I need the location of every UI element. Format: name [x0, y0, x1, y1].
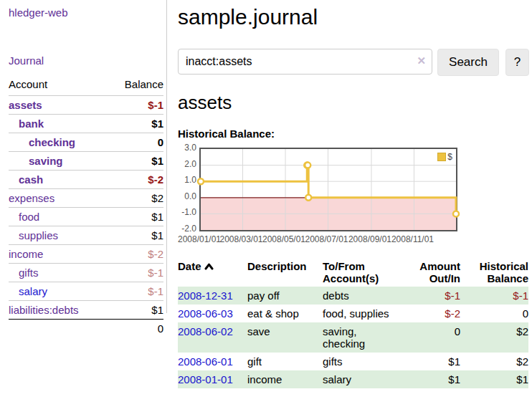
transaction-row: 2008-12-31 pay off debts $-1 $-1: [178, 287, 528, 305]
sidebar-item-journal[interactable]: Journal: [9, 54, 44, 67]
register-col-date[interactable]: Date: [178, 258, 247, 287]
y-axis-label: 2.0: [178, 159, 196, 169]
transaction-accounts: food, supplies: [323, 305, 409, 322]
sort-ascending-icon[interactable]: [204, 260, 214, 272]
account-row: gifts $-1: [9, 264, 163, 282]
transaction-date-link[interactable]: 2008-06-03: [178, 307, 233, 320]
data-point-marker: [453, 211, 459, 216]
account-balance: $1: [108, 208, 163, 226]
transaction-date-link[interactable]: 2008-06-02: [178, 325, 233, 337]
account-link[interactable]: food: [9, 211, 39, 223]
transaction-row: 2008-06-01 gift gifts $1 $2: [178, 353, 528, 370]
chart-legend: $: [437, 152, 452, 162]
app-title-link[interactable]: hledger-web: [9, 6, 68, 19]
transaction-row: 2008-01-01 income salary $1 $1: [178, 370, 528, 388]
account-link[interactable]: checking: [9, 136, 75, 148]
account-link[interactable]: assets: [9, 99, 42, 111]
account-balance: $-1: [108, 96, 163, 115]
account-row: food $1: [9, 208, 163, 226]
transaction-date-link[interactable]: 2008-06-01: [178, 355, 233, 368]
account-link[interactable]: saving: [9, 155, 63, 167]
transaction-accounts: salary: [323, 370, 409, 388]
clear-search-icon[interactable]: ✕: [417, 54, 427, 67]
account-heading: assets: [178, 92, 529, 114]
account-balance: $-2: [108, 245, 163, 264]
sidebar: hledger-web Journal Account Balance asse…: [0, 0, 167, 337]
account-balance: $1: [108, 226, 163, 245]
transaction-accounts: saving, checking: [323, 322, 409, 353]
register-col-description: Description: [247, 258, 323, 287]
account-row: income $-2: [9, 245, 163, 264]
search-form: ✕ Search ?: [178, 49, 529, 76]
account-link[interactable]: income: [9, 248, 43, 260]
account-row: salary $-1: [9, 282, 163, 301]
search-input[interactable]: [178, 49, 432, 75]
help-button[interactable]: ?: [505, 49, 529, 76]
accounts-table-body: assets $-1 bank $1 checking 0 saving $1 …: [9, 96, 163, 320]
chart-plot-area[interactable]: $: [199, 148, 457, 231]
y-axis-label: -2.0: [178, 224, 196, 234]
transaction-balance: 0: [460, 305, 528, 322]
account-row: assets $-1: [9, 96, 163, 115]
transaction-description: gift: [247, 353, 323, 370]
account-row: supplies $1: [9, 226, 163, 245]
account-link[interactable]: supplies: [9, 229, 58, 241]
account-link[interactable]: liabilities:debts: [9, 304, 79, 316]
search-button[interactable]: Search: [437, 49, 499, 76]
transaction-date-link[interactable]: 2008-12-31: [178, 289, 233, 302]
main-content: sample.journal ✕ Search ? assets Histori…: [178, 0, 529, 388]
register-col-balance: Historical Balance: [460, 258, 528, 287]
legend-swatch-icon: [437, 153, 446, 161]
transaction-amount: 0: [409, 322, 460, 353]
accounts-balance-table: Account Balance assets $-1 bank $1 check…: [9, 78, 163, 337]
transaction-accounts: debts: [323, 287, 409, 305]
page-title: sample.journal: [178, 5, 529, 29]
accounts-total-row: 0: [9, 320, 163, 338]
x-axis-label: 2008/11/01: [384, 234, 441, 244]
account-link[interactable]: salary: [9, 285, 47, 297]
data-point-marker: [198, 178, 204, 184]
transaction-balance: $2: [460, 353, 528, 370]
register-table-body: 2008-12-31 pay off debts $-1 $-1 2008-06…: [178, 287, 528, 388]
account-row: cash $-2: [9, 171, 163, 189]
transaction-row: 2008-06-03 eat & shop food, supplies $-2…: [178, 305, 528, 322]
transaction-description: income: [247, 370, 323, 388]
account-balance: $-1: [108, 264, 163, 282]
chart-title: Historical Balance:: [178, 128, 529, 140]
y-axis-label: -1.0: [178, 207, 196, 217]
account-balance: $-1: [108, 282, 163, 301]
y-axis-label: 0.0: [178, 191, 196, 201]
transaction-accounts: gifts: [323, 353, 409, 370]
transaction-description: save: [247, 322, 323, 353]
account-link[interactable]: gifts: [9, 267, 39, 279]
data-point-marker: [305, 195, 311, 201]
transaction-balance: $-1: [460, 287, 528, 305]
account-row: liabilities:debts $1: [9, 301, 163, 320]
account-row: bank $1: [9, 115, 163, 133]
account-link[interactable]: cash: [9, 173, 43, 186]
balance-col-header: Balance: [108, 78, 163, 96]
account-link[interactable]: bank: [9, 118, 44, 130]
register-col-amount: Amount Out/In: [409, 258, 460, 287]
account-link[interactable]: expenses: [9, 192, 54, 204]
account-balance: $1: [108, 301, 163, 320]
account-balance: $-2: [108, 171, 163, 189]
data-point-marker: [305, 163, 310, 168]
account-row: saving $1: [9, 152, 163, 171]
account-balance: $2: [108, 189, 163, 208]
account-balance: $1: [108, 115, 163, 133]
account-row: checking 0: [9, 133, 163, 152]
register-col-accounts: To/From Account(s): [323, 258, 409, 287]
transaction-amount: $1: [409, 370, 460, 388]
account-balance: $1: [108, 152, 163, 171]
accounts-col-header: Account: [9, 78, 108, 96]
transaction-description: pay off: [247, 287, 323, 305]
sidebar-divider: [166, 0, 167, 313]
account-row: expenses $2: [9, 189, 163, 208]
register-table: Date Description To/From Account(s) Amou…: [178, 258, 528, 388]
transaction-date-link[interactable]: 2008-01-01: [178, 373, 233, 385]
account-balance: 0: [108, 133, 163, 152]
transaction-row: 2008-06-02 save saving, checking 0 $2: [178, 322, 528, 353]
historical-balance-chart: 3.02.01.00.0-1.0-2.0 $ 2008/01/012008/03…: [178, 146, 529, 246]
transaction-amount: $1: [409, 353, 460, 370]
